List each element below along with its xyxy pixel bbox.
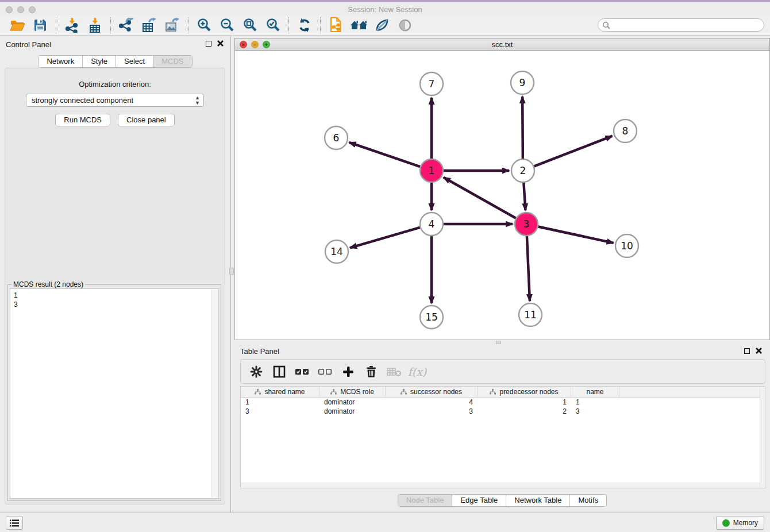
table-cell[interactable]: 2	[478, 407, 571, 416]
network-minimize-button[interactable]: −	[251, 41, 259, 48]
node-label-2: 2	[520, 165, 526, 176]
dropdown-stepper-icon: ▲▼	[195, 95, 200, 106]
table-horizontal-scrollbar[interactable]	[241, 483, 760, 488]
horizontal-splitter-handle[interactable]	[496, 341, 501, 344]
tab-style[interactable]: Style	[82, 56, 116, 67]
edge-3-10[interactable]	[538, 226, 614, 242]
search-input[interactable]	[610, 20, 764, 30]
table-cell[interactable]: 1	[241, 398, 319, 407]
network-close-button[interactable]: ×	[240, 41, 247, 48]
export-arrowhead-icon	[153, 18, 156, 21]
add-row-button[interactable]	[338, 363, 358, 380]
status-bar: Memory	[0, 512, 770, 532]
tab-motifs[interactable]: Motifs	[569, 495, 606, 506]
network-glyph-icon	[120, 21, 130, 31]
run-mcds-button[interactable]: Run MCDS	[55, 114, 110, 126]
zoom-in-button[interactable]	[192, 17, 215, 34]
import-table-button[interactable]	[83, 17, 106, 34]
edge-3-11[interactable]	[527, 236, 530, 301]
tab-mcds[interactable]: MCDS	[153, 56, 191, 67]
close-panel-icon[interactable]	[217, 40, 224, 47]
float-panel-icon[interactable]	[206, 41, 211, 47]
mcds-result-list[interactable]: 13	[10, 288, 219, 499]
open-session-button[interactable]	[6, 17, 29, 34]
column-header-successor-nodes[interactable]: successor nodes	[386, 387, 478, 397]
first-neighbors-button[interactable]	[348, 17, 371, 34]
trash-icon	[366, 365, 376, 377]
table-cell[interactable]: 4	[386, 398, 478, 407]
zoom-selected-button[interactable]	[261, 17, 284, 34]
table-cell[interactable]: 3	[241, 407, 319, 416]
select-all-button[interactable]	[292, 363, 312, 380]
tab-node-table[interactable]: Node Table	[398, 495, 452, 506]
network-canvas[interactable]: 1234678910111415	[234, 51, 770, 340]
save-session-button[interactable]	[29, 17, 52, 34]
tab-network-table[interactable]: Network Table	[506, 495, 569, 506]
application-window: Session: New Session	[0, 0, 770, 532]
table-body: 1dominator4113dominator323	[241, 398, 765, 416]
table-cell[interactable]: 1	[478, 398, 571, 407]
table-cell[interactable]: 3	[571, 407, 619, 416]
memory-button[interactable]: Memory	[716, 516, 764, 530]
tab-network[interactable]: Network	[38, 56, 82, 67]
criterion-dropdown-value: strongly connected component	[32, 96, 133, 105]
import-network-button[interactable]	[60, 17, 83, 34]
deselect-all-button[interactable]	[315, 363, 335, 380]
criterion-dropdown[interactable]: strongly connected component ▲▼	[26, 94, 204, 107]
tab-select[interactable]: Select	[116, 56, 153, 67]
network-view-title: scc.txt	[235, 38, 769, 51]
table-cell[interactable]: dominator	[319, 407, 386, 416]
result-scrollbar[interactable]	[211, 290, 218, 498]
select-all-icon	[295, 368, 309, 375]
table-cell[interactable]: 1	[571, 398, 619, 407]
refresh-icon	[297, 18, 312, 33]
refresh-layout-button[interactable]	[293, 17, 316, 34]
search-field[interactable]	[598, 18, 764, 32]
column-header-name[interactable]: name	[571, 387, 619, 397]
node-label-1: 1	[429, 165, 435, 176]
column-header-mcds-role[interactable]: MCDS role	[319, 387, 386, 397]
export-table-button[interactable]	[138, 17, 161, 34]
column-header-shared-name[interactable]: shared name	[241, 387, 319, 397]
export-image-button[interactable]	[161, 17, 184, 34]
node-label-9: 9	[519, 77, 526, 88]
edge-4-14[interactable]	[350, 228, 420, 248]
edge-2-3[interactable]	[523, 183, 525, 210]
edge-3-1[interactable]	[444, 178, 516, 218]
table-row: 3dominator323	[241, 407, 765, 416]
zoom-fit-button[interactable]	[238, 17, 261, 34]
table-cell[interactable]: 3	[386, 407, 478, 416]
edge-2-9[interactable]	[522, 97, 523, 159]
close-panel-button[interactable]: Close panel	[118, 114, 175, 126]
column-header-predecessor-nodes[interactable]: predecessor nodes	[478, 387, 571, 397]
delete-table-button[interactable]	[384, 363, 404, 380]
zoom-in-icon	[197, 18, 211, 33]
column-type-icon	[490, 389, 496, 395]
table-vertical-scrollbar[interactable]	[760, 387, 765, 488]
export-network-button[interactable]	[115, 17, 138, 34]
column-type-icon	[401, 389, 407, 395]
node-label-7: 7	[429, 78, 435, 90]
birdseye-view-button[interactable]	[394, 17, 417, 34]
clone-network-button[interactable]	[325, 17, 348, 34]
network-maximize-button[interactable]: +	[263, 41, 270, 48]
edge-2-8[interactable]	[534, 136, 613, 167]
table-options-button[interactable]	[247, 363, 266, 380]
app-panel-toggle-button[interactable]	[6, 516, 23, 530]
show-column-panel-button[interactable]	[270, 363, 289, 380]
close-panel-icon[interactable]	[756, 348, 762, 354]
network-canvas-svg: 1234678910111415	[235, 51, 769, 339]
horizontal-splitter[interactable]	[234, 340, 770, 345]
edge-1-6[interactable]	[349, 142, 420, 167]
toolbar-separator	[56, 17, 56, 33]
float-panel-icon[interactable]	[744, 348, 750, 354]
table-cell[interactable]: dominator	[319, 398, 386, 407]
eye-icon	[398, 18, 412, 32]
function-builder-button[interactable]: f(x)	[407, 363, 427, 380]
mcds-result-line: 3	[14, 300, 218, 309]
tab-edge-table[interactable]: Edge Table	[452, 495, 506, 506]
graphics-details-button[interactable]	[371, 17, 394, 34]
vertical-splitter-handle[interactable]	[229, 268, 234, 275]
delete-row-button[interactable]	[361, 363, 381, 380]
zoom-out-button[interactable]	[215, 17, 238, 34]
